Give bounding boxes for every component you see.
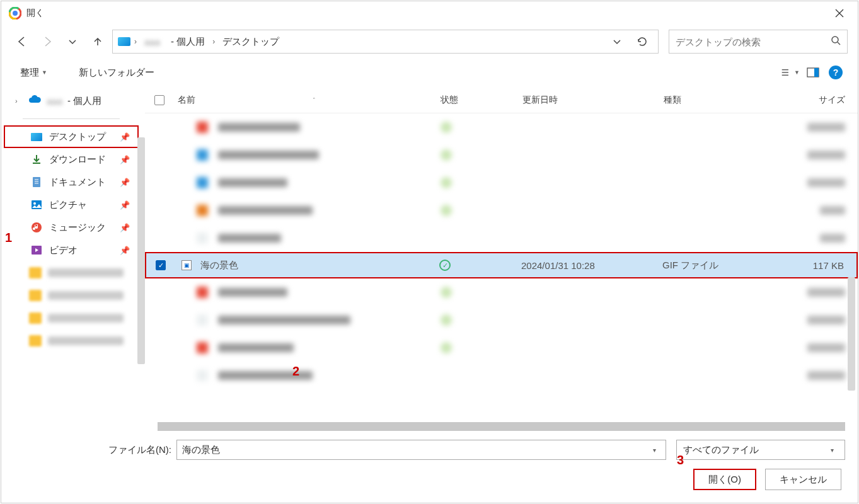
download-icon	[30, 154, 43, 165]
chevron-right-icon: ›	[212, 37, 215, 46]
annotation-1: 1	[5, 231, 12, 245]
column-name[interactable]: 名前˄	[174, 94, 441, 106]
breadcrumb-desktop[interactable]: デスクトップ	[219, 36, 283, 48]
chevron-right-icon: ›	[15, 97, 23, 105]
file-row-blurred[interactable]	[145, 278, 858, 306]
video-icon	[30, 245, 43, 255]
scrollbar[interactable]	[848, 277, 855, 391]
file-name-label: ファイル名(N):	[108, 444, 171, 456]
file-list-pane: 名前˄ 状態 更新日時 種類 サイズ 2 ✓ ▣海の景色 ✓ 2024/01/3…	[145, 87, 858, 431]
gif-file-icon: ▣	[182, 260, 192, 270]
sidebar-label: ミュージック	[49, 222, 106, 234]
file-row-blurred[interactable]	[145, 224, 858, 252]
chevron-right-icon: ›	[134, 37, 137, 46]
new-folder-button[interactable]: 新しいフォルダー	[72, 63, 161, 83]
sidebar-item-blurred[interactable]	[4, 307, 139, 329]
file-row-blurred[interactable]	[145, 306, 858, 334]
svg-point-3	[13, 11, 18, 16]
app-icon	[9, 7, 21, 20]
navigation-pane: › aaa - 個人用 1 デスクトップ 📌 ダウンロード 📌	[1, 87, 145, 431]
annotation-2: 2	[292, 364, 299, 379]
sidebar-item-videos[interactable]: ビデオ 📌	[4, 239, 139, 261]
sidebar-item-desktop[interactable]: デスクトップ 📌	[4, 125, 139, 148]
sidebar-label: ドキュメント	[49, 176, 106, 188]
window-title: 開く	[26, 8, 825, 19]
file-type-select[interactable]: すべてのファイル ▾	[676, 440, 845, 460]
onedrive-user-blurred: aaa	[47, 96, 62, 106]
file-row-blurred[interactable]	[145, 334, 858, 362]
divider	[23, 118, 120, 119]
sidebar-item-documents[interactable]: ドキュメント 📌	[4, 171, 139, 193]
sidebar-item-blurred[interactable]	[4, 261, 139, 284]
sidebar-item-music[interactable]: ミュージック 📌	[4, 216, 139, 239]
svg-rect-13	[33, 177, 40, 187]
sidebar-label: デスクトップ	[49, 131, 106, 143]
address-history-dropdown[interactable]	[606, 31, 628, 52]
pin-icon: 📌	[120, 223, 130, 232]
view-menu[interactable]: ▼	[781, 63, 800, 82]
scrollbar[interactable]	[137, 137, 145, 364]
toolbar: 整理 ▼ 新しいフォルダー ▼ ?	[1, 58, 858, 87]
file-row-blurred[interactable]	[145, 141, 858, 169]
column-headers: 名前˄ 状態 更新日時 種類 サイズ	[145, 87, 858, 113]
search-input[interactable]	[676, 37, 831, 47]
file-row-blurred[interactable]	[145, 169, 858, 197]
recent-dropdown[interactable]	[62, 31, 83, 52]
file-name-input[interactable]: 海の景色 ▾	[176, 440, 666, 460]
breadcrumb-user[interactable]: aaa	[141, 37, 163, 47]
sidebar-item-blurred[interactable]	[4, 284, 139, 307]
column-size[interactable]: サイズ	[785, 94, 858, 106]
desktop-icon	[31, 133, 42, 141]
cloud-icon	[28, 94, 42, 108]
onedrive-label: - 個人用	[67, 95, 101, 107]
sync-status-icon: ✓	[439, 260, 451, 271]
pin-icon: 📌	[120, 132, 130, 142]
file-row-selected[interactable]: ✓ ▣海の景色 ✓ 2024/01/31 10:28 GIF ファイル 117 …	[145, 252, 858, 278]
breadcrumb-personal[interactable]: - 個人用	[167, 36, 209, 48]
forward-button[interactable]	[37, 31, 58, 52]
sidebar-item-blurred[interactable]	[4, 329, 139, 352]
close-button[interactable]	[825, 4, 854, 23]
titlebar: 開く	[1, 1, 858, 25]
sidebar-label: ピクチャ	[49, 199, 87, 211]
search-icon	[831, 35, 841, 48]
sort-indicator-icon: ˄	[313, 97, 316, 103]
file-size: 117 KB	[783, 260, 856, 271]
file-name: 海の景色	[200, 260, 238, 272]
cancel-button[interactable]: キャンセル	[765, 469, 841, 490]
select-all-checkbox[interactable]	[154, 95, 164, 105]
organize-menu[interactable]: 整理 ▼	[14, 63, 54, 83]
file-row-blurred[interactable]	[145, 113, 858, 141]
column-status[interactable]: 状態	[441, 94, 522, 106]
refresh-button[interactable]	[631, 31, 653, 52]
file-type-value: すべてのファイル	[683, 444, 759, 456]
sidebar-item-pictures[interactable]: ピクチャ 📌	[4, 193, 139, 216]
file-row-blurred[interactable]	[145, 197, 858, 224]
svg-point-6	[832, 37, 838, 43]
sidebar-label: ダウンロード	[49, 154, 106, 166]
chevron-down-icon: ▾	[826, 447, 838, 454]
footer: ファイル名(N): 海の景色 ▾ すべてのファイル ▾ 3 開く(O) キャンセ…	[1, 431, 858, 503]
column-modified[interactable]: 更新日時	[522, 94, 664, 106]
help-button[interactable]: ?	[826, 63, 845, 82]
content-area: › aaa - 個人用 1 デスクトップ 📌 ダウンロード 📌	[1, 87, 858, 431]
pin-icon: 📌	[120, 246, 130, 255]
preview-pane-toggle[interactable]	[804, 63, 822, 82]
open-button[interactable]: 開く(O)	[693, 469, 756, 490]
file-row-blurred[interactable]	[145, 362, 858, 389]
chevron-down-icon[interactable]: ▾	[648, 447, 660, 454]
address-bar[interactable]: › aaa - 個人用 › デスクトップ	[112, 30, 659, 54]
horizontal-scrollbar[interactable]	[158, 422, 845, 431]
row-checkbox[interactable]: ✓	[156, 260, 166, 270]
column-type[interactable]: 種類	[664, 94, 785, 106]
svg-rect-12	[814, 68, 819, 77]
document-icon	[30, 176, 43, 188]
pin-icon: 📌	[120, 178, 130, 187]
music-icon	[30, 222, 43, 233]
file-name-value: 海の景色	[182, 444, 220, 456]
onedrive-tree-item[interactable]: › aaa - 個人用	[4, 89, 139, 112]
up-button[interactable]	[87, 31, 108, 52]
search-box[interactable]	[669, 30, 848, 54]
sidebar-item-downloads[interactable]: ダウンロード 📌	[4, 148, 139, 171]
back-button[interactable]	[11, 31, 33, 52]
